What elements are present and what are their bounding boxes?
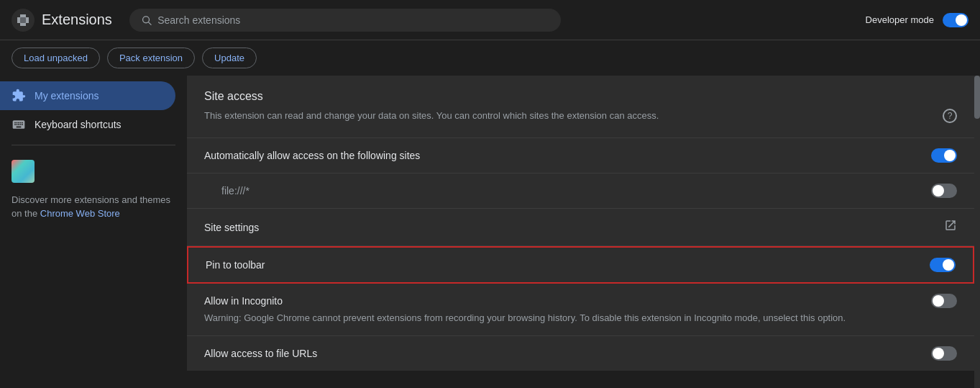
extensions-logo-icon: [12, 9, 35, 32]
chrome-web-store-link[interactable]: Chrome Web Store: [40, 208, 120, 219]
keyboard-icon: [12, 117, 26, 132]
incognito-top: Allow in Incognito: [204, 294, 957, 308]
site-access-description: This extension can read and change your …: [204, 109, 943, 123]
svg-line-3: [148, 22, 151, 24]
search-box[interactable]: [129, 9, 561, 32]
chrome-web-store-logo: [12, 160, 35, 183]
search-input[interactable]: [157, 14, 549, 26]
update-button[interactable]: Update: [202, 48, 257, 68]
pack-extension-button[interactable]: Pack extension: [107, 48, 195, 68]
incognito-title: Allow in Incognito: [204, 295, 283, 307]
scrollbar-thumb[interactable]: [974, 76, 980, 119]
incognito-row: Allow in Incognito Warning: Google Chrom…: [187, 284, 974, 336]
sidebar-item-keyboard-shortcuts[interactable]: Keyboard shortcuts: [0, 110, 175, 139]
file-access-toggle[interactable]: [931, 346, 957, 361]
help-icon[interactable]: ?: [943, 109, 957, 123]
header: Extensions Developer mode: [0, 0, 980, 40]
site-access-title: Site access: [204, 90, 957, 103]
external-link-icon: [944, 219, 957, 235]
settings-panel: Site access This extension can read and …: [187, 76, 974, 371]
site-settings-label: Site settings: [204, 222, 259, 233]
pin-toolbar-row: Pin to toolbar: [187, 246, 974, 284]
toolbar: Load unpacked Pack extension Update: [0, 40, 980, 76]
file-access-label: Allow access to file URLs: [204, 348, 317, 359]
developer-mode-toggle[interactable]: [943, 13, 968, 27]
sidebar-keyboard-shortcuts-label: Keyboard shortcuts: [35, 119, 122, 130]
header-logo: Extensions: [12, 9, 112, 32]
svg-rect-1: [20, 17, 26, 23]
site-access-desc-row: This extension can read and change your …: [204, 109, 957, 123]
scrollbar-track[interactable]: [974, 76, 980, 388]
incognito-warning: Warning: Google Chrome cannot prevent ex…: [204, 311, 957, 325]
developer-mode-label: Developer mode: [866, 14, 934, 25]
sidebar-divider: [12, 145, 175, 145]
sidebar: My extensions Keyboard shortcuts Discove…: [0, 76, 187, 388]
site-settings-row[interactable]: Site settings: [187, 209, 974, 246]
header-right: Developer mode: [866, 13, 968, 27]
page-title: Extensions: [42, 12, 112, 28]
search-icon: [141, 14, 152, 26]
content-area: Site access This extension can read and …: [187, 76, 974, 388]
main-area: My extensions Keyboard shortcuts Discove…: [0, 76, 980, 388]
file-url-row: file:///*: [187, 173, 974, 209]
file-url-toggle[interactable]: [931, 184, 957, 198]
incognito-toggle[interactable]: [931, 294, 957, 308]
auto-allow-toggle[interactable]: [931, 148, 957, 163]
pin-toolbar-label: Pin to toolbar: [206, 259, 265, 271]
file-url-label: file:///*: [221, 185, 249, 197]
file-access-row: Allow access to file URLs: [187, 336, 974, 371]
load-unpacked-button[interactable]: Load unpacked: [12, 48, 100, 68]
auto-allow-label: Automatically allow access on the follow…: [204, 150, 420, 161]
pin-toolbar-toggle[interactable]: [930, 258, 956, 272]
puzzle-icon: [12, 89, 26, 103]
site-access-section: Site access This extension can read and …: [187, 76, 974, 138]
sidebar-my-extensions-label: My extensions: [35, 90, 99, 101]
sidebar-promo: Discover more extensions and themes on t…: [0, 151, 187, 230]
auto-allow-row: Automatically allow access on the follow…: [187, 138, 974, 173]
sidebar-item-my-extensions[interactable]: My extensions: [0, 81, 175, 110]
